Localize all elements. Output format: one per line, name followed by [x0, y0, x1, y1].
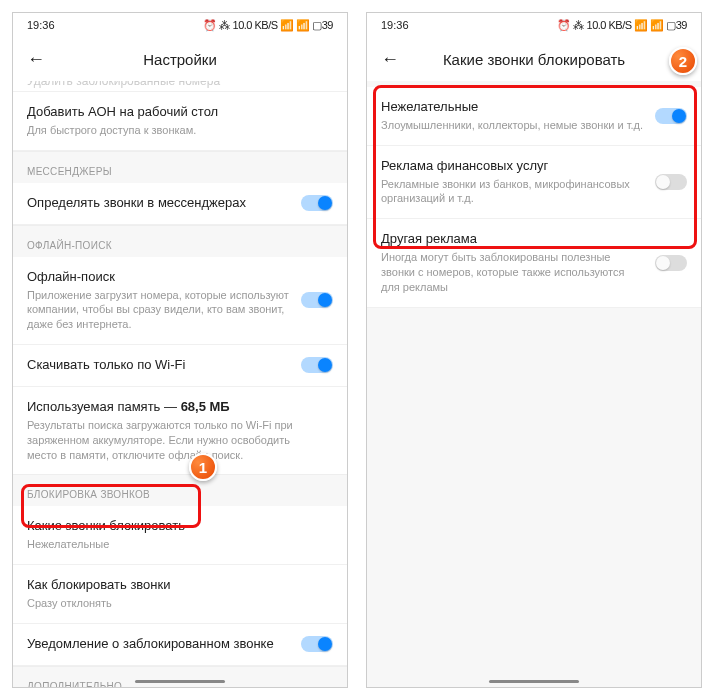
home-indicator — [135, 680, 225, 683]
row-title: Определять звонки в мессенджерах — [27, 195, 291, 212]
row-title: Другая реклама — [381, 231, 645, 248]
row-finance-ads[interactable]: Реклама финансовых услуг Рекламные звонк… — [367, 146, 701, 220]
row-title: Используемая память — 68,5 МБ — [27, 399, 323, 416]
toggle-unwanted[interactable] — [655, 108, 687, 124]
row-sub: Результаты поиска загружаются только по … — [27, 418, 323, 463]
row-sub: Злоумышленники, коллекторы, немые звонки… — [381, 118, 645, 133]
badge-1: 1 — [189, 453, 217, 481]
toggle-other-ads[interactable] — [655, 255, 687, 271]
phone-screenshot-2: 19:36 ⏰ ⁂ 10.0 KB/S 📶 📶 ▢39 ← Какие звон… — [366, 12, 702, 688]
status-time: 19:36 — [27, 19, 55, 31]
row-title: Какие звонки блокировать — [27, 518, 323, 535]
toggle-messenger[interactable] — [301, 195, 333, 211]
section-messengers: МЕССЕНДЖЕРЫ — [13, 151, 347, 183]
badge-2: 2 — [669, 47, 697, 75]
row-title: Как блокировать звонки — [27, 577, 323, 594]
section-extra: ДОПОЛНИТЕЛЬНО — [13, 666, 347, 688]
row-offline-search[interactable]: Офлайн-поиск Приложение загрузит номера,… — [13, 257, 347, 345]
status-bar: 19:36 ⏰ ⁂ 10.0 KB/S 📶 📶 ▢39 — [13, 13, 347, 37]
section-offline: ОФЛАЙН-ПОИСК — [13, 225, 347, 257]
toggle-offline[interactable] — [301, 292, 333, 308]
page-title: Настройки — [13, 51, 347, 68]
row-unwanted[interactable]: Нежелательные Злоумышленники, коллекторы… — [367, 87, 701, 146]
row-title: Скачивать только по Wi-Fi — [27, 357, 291, 374]
title-bar: ← Настройки — [13, 37, 347, 81]
row-title: Реклама финансовых услуг — [381, 158, 645, 175]
row-wifi-only[interactable]: Скачивать только по Wi-Fi — [13, 345, 347, 387]
row-title: Нежелательные — [381, 99, 645, 116]
cutoff-row: Удалить заблокированные номера — [13, 81, 347, 92]
row-which-block[interactable]: Какие звонки блокировать Нежелательные — [13, 506, 347, 565]
row-sub: Рекламные звонки из банков, микрофинансо… — [381, 177, 645, 207]
section-block: БЛОКИРОВКА ЗВОНКОВ — [13, 474, 347, 506]
row-title: Добавить АОН на рабочий стол — [27, 104, 323, 121]
page-title: Какие звонки блокировать — [367, 51, 701, 68]
row-messenger-detect[interactable]: Определять звонки в мессенджерах — [13, 183, 347, 225]
home-indicator — [489, 680, 579, 683]
back-icon[interactable]: ← — [27, 49, 45, 70]
status-bar: 19:36 ⏰ ⁂ 10.0 KB/S 📶 📶 ▢39 — [367, 13, 701, 37]
toggle-wifi[interactable] — [301, 357, 333, 373]
row-other-ads[interactable]: Другая реклама Иногда могут быть заблоки… — [367, 219, 701, 307]
back-icon[interactable]: ← — [381, 49, 399, 70]
row-title: Уведомление о заблокированном звонке — [27, 636, 291, 653]
status-time: 19:36 — [381, 19, 409, 31]
row-sub: Нежелательные — [27, 537, 323, 552]
row-add-aon[interactable]: Добавить АОН на рабочий стол Для быстрог… — [13, 92, 347, 151]
row-sub: Иногда могут быть заблокированы полезные… — [381, 250, 645, 295]
toggle-notify[interactable] — [301, 636, 333, 652]
row-how-block[interactable]: Как блокировать звонки Сразу отклонять — [13, 565, 347, 624]
phone-screenshot-1: 19:36 ⏰ ⁂ 10.0 KB/S 📶 📶 ▢39 ← Настройки … — [12, 12, 348, 688]
toggle-finance[interactable] — [655, 174, 687, 190]
title-bar: ← Какие звонки блокировать — [367, 37, 701, 81]
row-memory[interactable]: Используемая память — 68,5 МБ Результаты… — [13, 387, 347, 474]
status-icons: ⏰ ⁂ 10.0 KB/S 📶 📶 ▢39 — [203, 19, 333, 32]
row-title: Офлайн-поиск — [27, 269, 291, 286]
row-sub: Для быстрого доступа к звонкам. — [27, 123, 323, 138]
row-block-notify[interactable]: Уведомление о заблокированном звонке — [13, 624, 347, 666]
row-sub: Сразу отклонять — [27, 596, 323, 611]
status-icons: ⏰ ⁂ 10.0 KB/S 📶 📶 ▢39 — [557, 19, 687, 32]
row-sub: Приложение загрузит номера, которые испо… — [27, 288, 291, 333]
